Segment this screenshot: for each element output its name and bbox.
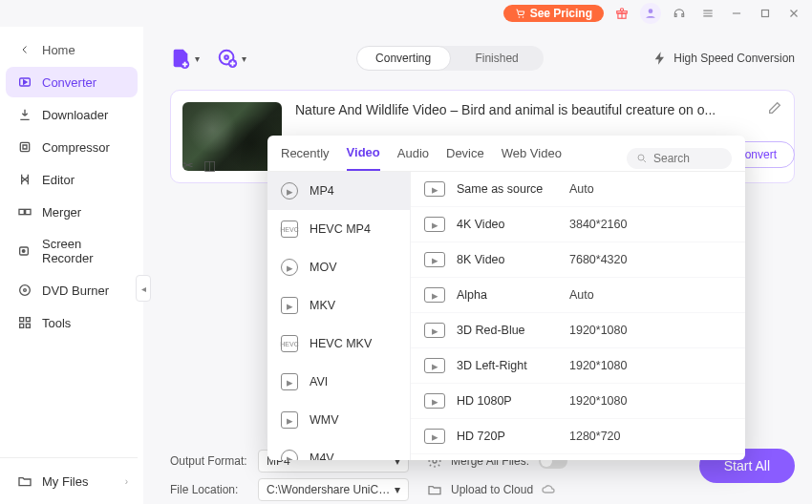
- tab-finished[interactable]: Finished: [451, 46, 544, 71]
- tools-icon: [17, 315, 32, 330]
- sidebar-item-label: Screen Recorder: [42, 237, 128, 265]
- search-icon: [636, 153, 648, 164]
- format-icon: ▸: [281, 182, 298, 200]
- headset-icon[interactable]: [669, 3, 690, 24]
- sidebar-item-label: Editor: [42, 173, 75, 187]
- back-icon: [17, 42, 32, 57]
- svg-point-11: [22, 250, 25, 253]
- sidebar-item-label: Compressor: [42, 140, 110, 155]
- resolution-item[interactable]: ▸3D Red-Blue1920*1080: [411, 313, 745, 348]
- see-pricing-label: See Pricing: [530, 7, 592, 20]
- sidebar-item-label: Downloader: [42, 108, 108, 122]
- recorder-icon: [17, 243, 32, 259]
- sidebar-item-converter[interactable]: Converter: [6, 67, 138, 97]
- format-icon: ▸: [281, 450, 298, 460]
- svg-point-13: [24, 289, 27, 292]
- format-list: ▸MP4 HEVCHEVC MP4 ▸MOV ▸MKV HEVCHEVC MKV…: [267, 172, 411, 460]
- format-item-mkv[interactable]: ▸MKV: [267, 286, 410, 325]
- svg-rect-17: [26, 324, 30, 327]
- sidebar-item-editor[interactable]: Editor: [6, 164, 138, 195]
- preset-icon: ▸: [424, 287, 445, 303]
- sidebar-item-label: My Files: [42, 474, 88, 489]
- format-item-mp4[interactable]: ▸MP4: [267, 172, 410, 210]
- gift-icon[interactable]: [611, 3, 632, 24]
- editor-icon: [17, 172, 32, 187]
- format-search[interactable]: [627, 148, 732, 169]
- preset-icon: ▸: [424, 393, 445, 409]
- svg-rect-15: [26, 318, 30, 322]
- preset-icon: ▸: [424, 323, 445, 338]
- sidebar-item-compressor[interactable]: Compressor: [6, 132, 138, 162]
- crop-icon[interactable]: ◫: [203, 158, 216, 173]
- format-search-input[interactable]: [653, 152, 720, 165]
- sidebar-item-merger[interactable]: Merger: [6, 197, 138, 227]
- merger-icon: [17, 204, 32, 220]
- account-icon[interactable]: [640, 3, 661, 24]
- add-dvd-button[interactable]: ▾: [217, 48, 246, 69]
- high-speed-toggle[interactable]: High Speed Conversion: [652, 51, 795, 66]
- resolution-item[interactable]: ▸Same as sourceAuto: [411, 172, 745, 207]
- minimize-icon[interactable]: [726, 3, 747, 24]
- format-item-mov[interactable]: ▸MOV: [267, 248, 410, 286]
- format-icon: ▸: [281, 259, 298, 276]
- start-all-label: Start All: [724, 458, 770, 473]
- resolution-item[interactable]: ▸3D Left-Right1920*1080: [411, 348, 745, 384]
- resolution-item[interactable]: ▸HD 1080P1920*1080: [411, 384, 745, 419]
- format-item-wmv[interactable]: ▸WMV: [267, 401, 410, 439]
- svg-point-12: [20, 285, 31, 296]
- sidebar-item-downloader[interactable]: Downloader: [6, 99, 138, 130]
- tab-converting[interactable]: Converting: [356, 46, 451, 71]
- preset-icon: ▸: [424, 358, 445, 373]
- sidebar-item-screen-recorder[interactable]: Screen Recorder: [6, 229, 138, 273]
- resolution-item[interactable]: ▸8K Video7680*4320: [411, 242, 745, 278]
- chevron-down-icon: ▾: [242, 53, 246, 64]
- svg-point-1: [522, 16, 524, 18]
- format-icon: ▸: [281, 411, 298, 429]
- format-item-hevc-mkv[interactable]: HEVCHEVC MKV: [267, 325, 410, 363]
- trim-icon[interactable]: ✂: [182, 158, 194, 173]
- cloud-icon[interactable]: [541, 481, 556, 499]
- add-file-button[interactable]: ▾: [170, 48, 200, 69]
- rename-icon[interactable]: [767, 100, 782, 119]
- svg-rect-16: [20, 324, 24, 327]
- close-icon[interactable]: [783, 3, 804, 24]
- folder-icon: [17, 473, 32, 489]
- sidebar-item-label: Merger: [42, 205, 81, 220]
- maximize-icon[interactable]: [755, 3, 776, 24]
- svg-point-22: [638, 155, 644, 160]
- sidebar-item-label: DVD Burner: [42, 284, 109, 298]
- format-item-m4v[interactable]: ▸M4V: [267, 439, 410, 460]
- sidebar-item-tools[interactable]: Tools: [6, 307, 138, 338]
- sidebar-item-home[interactable]: Home: [6, 34, 138, 65]
- converter-icon: [17, 74, 32, 90]
- menu-icon[interactable]: [697, 3, 718, 24]
- file-title: Nature And Wildlife Video – Bird and ani…: [295, 102, 782, 117]
- high-speed-label: High Speed Conversion: [673, 52, 795, 65]
- format-item-avi[interactable]: ▸AVI: [267, 363, 410, 401]
- svg-point-4: [649, 9, 653, 13]
- resolution-item[interactable]: ▸HD 720P1280*720: [411, 419, 745, 454]
- resolution-item[interactable]: ▸4K Video3840*2160: [411, 207, 745, 242]
- file-location-select[interactable]: C:\Wondershare UniConverter 1▾: [258, 478, 409, 501]
- popup-tab-web-video[interactable]: Web Video: [502, 146, 562, 170]
- popup-tab-audio[interactable]: Audio: [397, 146, 429, 170]
- popup-tab-video[interactable]: Video: [347, 145, 380, 171]
- popup-tab-recently[interactable]: Recently: [281, 146, 330, 170]
- svg-rect-8: [19, 209, 24, 214]
- chevron-right-icon: ›: [125, 476, 128, 487]
- popup-tab-device[interactable]: Device: [446, 146, 484, 170]
- compressor-icon: [17, 139, 32, 155]
- svg-rect-5: [762, 10, 769, 17]
- status-segmented: Converting Finished: [356, 46, 544, 71]
- format-icon: HEVC: [281, 220, 298, 238]
- resolution-item[interactable]: ▸AlphaAuto: [411, 278, 745, 313]
- preset-icon: ▸: [424, 429, 445, 444]
- svg-rect-7: [20, 142, 29, 151]
- open-folder-icon[interactable]: [424, 482, 445, 497]
- preset-icon: ▸: [424, 181, 445, 197]
- see-pricing-button[interactable]: See Pricing: [503, 5, 604, 22]
- format-item-hevc-mp4[interactable]: HEVCHEVC MP4: [267, 210, 410, 248]
- output-format-label: Output Format:: [170, 454, 258, 468]
- sidebar-item-dvd-burner[interactable]: DVD Burner: [6, 275, 138, 305]
- sidebar-item-my-files[interactable]: My Files ›: [6, 466, 138, 496]
